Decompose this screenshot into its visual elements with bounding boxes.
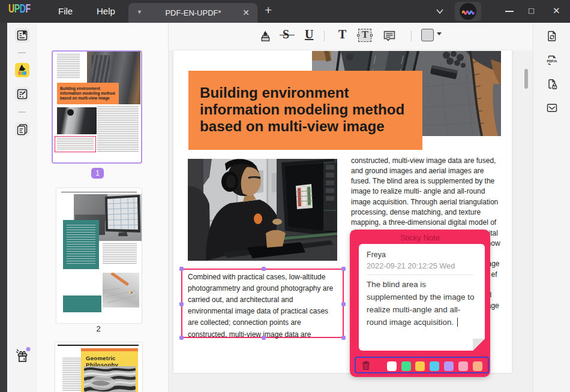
svg-text:PDF/A: PDF/A [547, 59, 557, 63]
